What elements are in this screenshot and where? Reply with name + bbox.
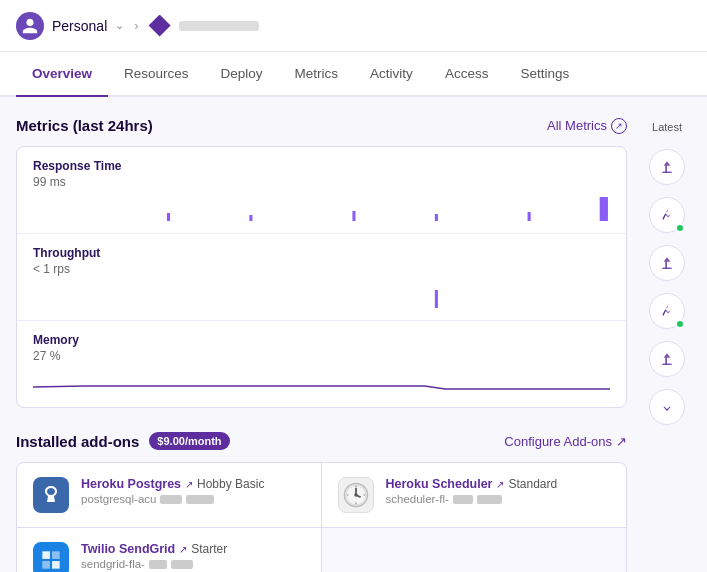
postgres-external-icon: ↗	[185, 479, 193, 490]
scheduler-url-prefix: scheduler-fl-	[386, 493, 449, 505]
metrics-card: Response Time 99 ms Throughput < 1 rp	[16, 146, 627, 408]
memory-chart	[33, 369, 610, 397]
nav-overview[interactable]: Overview	[16, 52, 108, 95]
addon-sendgrid: Twilio SendGrid ↗ Starter sendgrid-fla-	[17, 528, 322, 572]
all-metrics-icon: ↗	[611, 118, 627, 134]
nav-activity[interactable]: Activity	[354, 52, 429, 95]
metric-row-throughput: Throughput < 1 rps	[17, 234, 626, 321]
response-time-label: Response Time	[33, 159, 610, 173]
sidebar-deploy-6[interactable]	[649, 389, 685, 425]
svg-rect-18	[42, 561, 50, 569]
addons-title-group: Installed add-ons $9.00/month	[16, 432, 230, 450]
sendgrid-name-row: Twilio SendGrid ↗ Starter	[81, 542, 305, 556]
account-dropdown-icon[interactable]: ⌄	[115, 19, 124, 32]
sidebar-deploy-5[interactable]	[649, 341, 685, 377]
addon-postgres: Heroku Postgres ↗ Hobby Basic postgresql…	[17, 463, 322, 528]
postgres-url-blur1	[160, 495, 182, 504]
sendgrid-url-blur2	[171, 560, 193, 569]
svg-rect-2	[352, 211, 355, 221]
avatar	[16, 12, 44, 40]
addon-empty	[322, 528, 627, 572]
response-time-value: 99 ms	[33, 175, 610, 189]
sidebar-deploy-3[interactable]	[649, 245, 685, 281]
nav-metrics[interactable]: Metrics	[279, 52, 355, 95]
sendgrid-external-icon: ↗	[179, 544, 187, 555]
postgres-logo	[39, 483, 63, 507]
upload-icon-2	[660, 256, 674, 270]
sendgrid-url-prefix: sendgrid-fla-	[81, 558, 145, 570]
main-content: Metrics (last 24hrs) All Metrics ↗ Respo…	[0, 97, 707, 572]
addons-section-header: Installed add-ons $9.00/month Configure …	[16, 432, 627, 450]
nav-access[interactable]: Access	[429, 52, 505, 95]
green-status-dot-2	[675, 319, 685, 329]
sendgrid-logo	[38, 547, 64, 572]
nav-resources[interactable]: Resources	[108, 52, 205, 95]
throughput-label: Throughput	[33, 246, 610, 260]
user-icon	[21, 17, 39, 35]
metric-row-response-time: Response Time 99 ms	[17, 147, 626, 234]
svg-rect-3	[435, 214, 438, 221]
memory-value: 27 %	[33, 349, 610, 363]
upload-icon-3	[660, 352, 674, 366]
response-time-chart	[33, 195, 610, 223]
svg-rect-6	[435, 290, 438, 308]
postgres-name[interactable]: Heroku Postgres	[81, 477, 181, 491]
all-metrics-link[interactable]: All Metrics ↗	[547, 118, 627, 134]
sidebar-deploy-4[interactable]	[649, 293, 685, 329]
nav-deploy[interactable]: Deploy	[205, 52, 279, 95]
scheduler-tier: Standard	[508, 477, 557, 491]
scheduler-url-blur2	[477, 495, 502, 504]
sendgrid-icon	[33, 542, 69, 572]
postgres-url-prefix: postgresql-acu	[81, 493, 156, 505]
sidebar-deploy-2[interactable]	[649, 197, 685, 233]
svg-rect-17	[52, 551, 60, 559]
memory-label: Memory	[33, 333, 610, 347]
svg-rect-1	[249, 215, 252, 221]
scheduler-logo	[342, 481, 370, 509]
scheduler-info: Heroku Scheduler ↗ Standard scheduler-fl…	[386, 477, 611, 505]
app-name-blurred	[179, 21, 259, 31]
postgres-tier: Hobby Basic	[197, 477, 264, 491]
right-sidebar: Latest	[643, 117, 691, 572]
sidebar-deploy-1[interactable]	[649, 149, 685, 185]
scheduler-url: scheduler-fl-	[386, 493, 611, 505]
addon-scheduler: Heroku Scheduler ↗ Standard scheduler-fl…	[322, 463, 627, 528]
app-diamond-icon	[149, 15, 171, 37]
addons-title: Installed add-ons	[16, 433, 139, 450]
sendgrid-name[interactable]: Twilio SendGrid	[81, 542, 175, 556]
svg-rect-0	[167, 213, 170, 221]
postgres-name-row: Heroku Postgres ↗ Hobby Basic	[81, 477, 305, 491]
breadcrumb-separator: ›	[134, 18, 138, 33]
svg-rect-4	[528, 212, 531, 221]
sendgrid-url: sendgrid-fla-	[81, 558, 305, 570]
arrow-down-icon	[660, 400, 674, 414]
postgres-icon	[33, 477, 69, 513]
svg-rect-5	[600, 197, 608, 221]
latest-label: Latest	[652, 121, 682, 133]
upload-icon-1	[660, 160, 674, 174]
metrics-title: Metrics (last 24hrs)	[16, 117, 153, 134]
hammer-icon	[660, 208, 674, 222]
scheduler-external-icon: ↗	[496, 479, 504, 490]
sendgrid-url-blur1	[149, 560, 167, 569]
nav-settings[interactable]: Settings	[504, 52, 585, 95]
scheduler-name[interactable]: Heroku Scheduler	[386, 477, 493, 491]
configure-addons-link[interactable]: Configure Add-ons ↗	[504, 434, 627, 449]
svg-rect-16	[42, 551, 50, 559]
scheduler-url-blur1	[453, 495, 473, 504]
postgres-url-blur2	[186, 495, 214, 504]
addons-grid: Heroku Postgres ↗ Hobby Basic postgresql…	[16, 462, 627, 572]
price-badge: $9.00/month	[149, 432, 229, 450]
postgres-info: Heroku Postgres ↗ Hobby Basic postgresql…	[81, 477, 305, 505]
account-label: Personal	[52, 18, 107, 34]
hammer-icon-2	[660, 304, 674, 318]
metric-row-memory: Memory 27 %	[17, 321, 626, 407]
top-bar: Personal ⌄ ›	[0, 0, 707, 52]
main-left: Metrics (last 24hrs) All Metrics ↗ Respo…	[16, 117, 627, 572]
nav-bar: Overview Resources Deploy Metrics Activi…	[0, 52, 707, 97]
throughput-value: < 1 rps	[33, 262, 610, 276]
sendgrid-info: Twilio SendGrid ↗ Starter sendgrid-fla-	[81, 542, 305, 570]
metrics-section-header: Metrics (last 24hrs) All Metrics ↗	[16, 117, 627, 134]
svg-rect-19	[52, 561, 60, 569]
sendgrid-tier: Starter	[191, 542, 227, 556]
